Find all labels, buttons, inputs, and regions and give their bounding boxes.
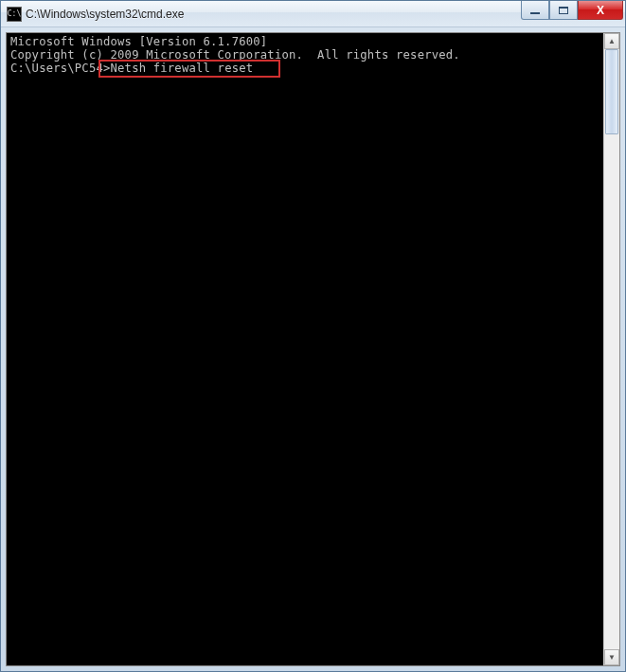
chevron-up-icon: ▲ [608,37,616,45]
vertical-scrollbar[interactable]: ▲ ▼ [603,33,619,665]
minimize-button[interactable] [521,1,549,20]
close-button[interactable]: X [578,1,623,20]
maximize-button[interactable] [549,1,578,20]
client-area: Microsoft Windows [Version 6.1.7600]Copy… [6,32,620,666]
cmd-icon: C:\ [7,7,22,22]
prompt-text: C:\Users\PC54> [10,62,111,75]
cmd-window: C:\ C:\Windows\system32\cmd.exe X Micros… [0,0,626,672]
scroll-thumb[interactable] [605,49,618,134]
chevron-down-icon: ▼ [608,653,616,662]
titlebar[interactable]: C:\ C:\Windows\system32\cmd.exe X [1,1,625,27]
minimize-icon [530,12,540,14]
version-line: Microsoft Windows [Version 6.1.7600] [10,35,599,48]
window-controls: X [521,1,623,20]
terminal-output[interactable]: Microsoft Windows [Version 6.1.7600]Copy… [7,33,603,665]
copyright-line: Copyright (c) 2009 Microsoft Corporation… [10,48,599,62]
scroll-track[interactable] [604,49,619,649]
prompt-line: C:\Users\PC54>Netsh firewall reset [10,62,599,75]
window-title: C:\Windows\system32\cmd.exe [26,8,184,21]
scroll-down-button[interactable]: ▼ [604,649,619,665]
command-text: Netsh firewall reset [111,62,254,75]
scroll-up-button[interactable]: ▲ [604,33,619,49]
client-frame: Microsoft Windows [Version 6.1.7600]Copy… [1,27,625,671]
maximize-icon [559,7,568,14]
